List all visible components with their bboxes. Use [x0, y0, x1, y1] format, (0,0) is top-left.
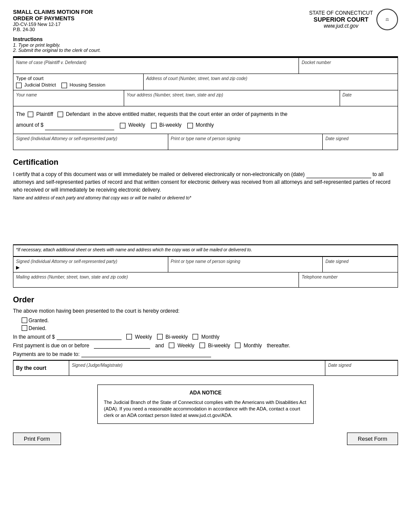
instructions-title: Instructions [13, 36, 43, 42]
print-name-label: Print or type name of person signing [171, 136, 241, 141]
court-type-row: Type of court Judicial District Housing … [13, 74, 398, 90]
weekly-checkbox[interactable] [120, 123, 125, 128]
judicial-district-label: Judicial District [24, 82, 56, 87]
judge-signed-input[interactable] [72, 368, 323, 374]
order-biweekly-label: Bi-weekly [166, 334, 188, 340]
amount-input[interactable] [45, 123, 114, 130]
weekly-label: Weekly [128, 122, 145, 128]
fp-biweekly-checkbox[interactable] [199, 343, 205, 348]
reset-button[interactable]: Reset Form [347, 433, 398, 445]
cert-text: I certify that a copy of this document w… [13, 170, 398, 194]
defendant-checkbox[interactable] [58, 112, 63, 117]
fp-weekly-label: Weekly [177, 343, 194, 349]
mailing-row: Mailing address (Number, street, town, s… [13, 272, 398, 287]
denied-label: Denied. [29, 325, 46, 331]
judicial-district-checkbox[interactable] [16, 83, 22, 88]
address-label: Address of court (Number, street, town a… [146, 76, 247, 81]
order-monthly-checkbox[interactable] [193, 334, 198, 340]
case-row: Name of case (Plaintiff v. Defendant) Do… [13, 58, 398, 74]
your-address-cell: Your address (Number, street, town, stat… [124, 90, 340, 106]
mailing-input[interactable] [16, 279, 296, 285]
biweekly-checkbox[interactable] [151, 123, 157, 128]
cert-date-signed-label: Date signed [325, 259, 348, 264]
pb-number: P.B. 24-30 [13, 27, 93, 32]
ada-text-content: The Judicial Branch of the State of Conn… [104, 400, 306, 418]
main-form-grid: Name of case (Plaintiff v. Defendant) Do… [13, 57, 398, 150]
cert-date-cell: Date signed [323, 257, 398, 272]
the-label: The [16, 111, 25, 117]
print-name-input[interactable] [171, 141, 320, 148]
denied-checkbox[interactable] [22, 325, 27, 331]
case-name-cell: Name of case (Plaintiff v. Defendant) [13, 58, 299, 74]
your-name-input[interactable] [16, 97, 121, 104]
court-info: STATE OF CONNECTICUT SUPERIOR COURT www.… [309, 9, 398, 30]
docket-label: Docket number [302, 60, 331, 65]
court-type-options: Judicial District Housing Session [16, 82, 141, 88]
order-weekly-checkbox[interactable] [126, 334, 132, 340]
your-name-label: Your name [16, 93, 37, 97]
payments-to-row: Payments are to be made to: [13, 351, 398, 357]
court-website: www.jud.ct.gov [324, 23, 358, 29]
first-payment-date-input[interactable] [94, 343, 150, 349]
plaintiff-label: Plaintiff [36, 111, 53, 117]
certification-title: Certification [13, 158, 398, 167]
motion-text1: in the above entitled matter, requests t… [93, 111, 287, 117]
signed-label: Signed (Individual Attorney or self-repr… [16, 136, 117, 141]
fp-monthly-label: Monthly [244, 343, 262, 349]
payments-to-label: Payments are to be made to: [13, 351, 80, 357]
court-type-cell: Type of court Judicial District Housing … [13, 74, 144, 90]
court-address-input[interactable] [146, 81, 395, 88]
housing-session-label: Housing Session [70, 82, 106, 87]
date-input[interactable] [343, 97, 395, 104]
cert-footnote: *If necessary, attach additional sheet o… [16, 247, 252, 252]
plaintiff-checkbox[interactable] [28, 112, 33, 117]
certification-section: Certification I certify that a copy of t… [13, 158, 398, 245]
signed-input[interactable] [16, 141, 165, 148]
by-court-cell: By the court [13, 361, 69, 375]
your-address-input[interactable] [127, 97, 337, 104]
print-button[interactable]: Print Form [13, 433, 61, 445]
cert-date-signed-input[interactable] [325, 264, 395, 270]
housing-session-checkbox[interactable] [61, 83, 67, 88]
granted-checkbox[interactable] [22, 317, 27, 323]
defendant-label: Defendant [66, 111, 90, 117]
court-type-label: Type of court [16, 76, 141, 81]
order-section: Order The above motion having been prese… [13, 295, 398, 376]
motion-row: The Plaintiff Defendant in the above ent… [13, 106, 398, 134]
footnote-cell: *If necessary, attach additional sheet o… [13, 245, 398, 256]
date-signed-input[interactable] [325, 141, 395, 148]
order-biweekly-checkbox[interactable] [157, 334, 163, 340]
order-text: The above motion having been presented t… [13, 308, 398, 314]
denied-option: Denied. [22, 325, 398, 331]
title-line2: ORDER OF PAYMENTS [13, 15, 74, 22]
fp-monthly-checkbox[interactable] [235, 343, 241, 348]
form-number: JD-CV-159 New 12-17 [13, 22, 93, 27]
case-name-input[interactable] [16, 65, 296, 72]
cert-print-input[interactable] [171, 264, 320, 270]
form-title: SMALL CLAIMS MOTION FOR ORDER OF PAYMENT… [13, 9, 93, 32]
fp-weekly-checkbox[interactable] [169, 343, 174, 348]
date-label: Date [343, 93, 352, 97]
name-address-row: Your name Your address (Number, street, … [13, 90, 398, 106]
telephone-input[interactable] [302, 279, 395, 285]
thereafter-label: thereafter. [267, 343, 290, 349]
instruction-2: 2. Submit the original to the clerk of c… [13, 48, 398, 53]
instructions-section: Instructions 1. Type or print legibly. 2… [13, 36, 398, 53]
order-amount-input[interactable] [57, 334, 122, 340]
docket-input[interactable] [302, 65, 395, 72]
name-address-area[interactable] [13, 201, 398, 244]
signed-row: Signed (Individual Attorney or self-repr… [13, 134, 398, 150]
in-amount-label: In the amount of $ [13, 334, 55, 340]
title-line1: SMALL CLAIMS MOTION FOR [13, 9, 93, 15]
footnote-row: *If necessary, attach additional sheet o… [13, 245, 398, 257]
granted-option: Granted. [22, 317, 398, 324]
cert-date-input[interactable] [306, 172, 371, 178]
court-name: SUPERIOR COURT [309, 16, 373, 23]
mailing-cell: Mailing address (Number, street, town, s… [13, 272, 299, 287]
granted-label: Granted. [29, 317, 49, 324]
payments-to-input[interactable] [81, 351, 211, 357]
monthly-checkbox[interactable] [187, 123, 193, 128]
court-order-grid: By the court Signed (Judge/Magistrate) D… [13, 360, 398, 376]
judge-signed-cell: Signed (Judge/Magistrate) [69, 361, 326, 375]
court-date-signed-input[interactable] [328, 368, 395, 374]
